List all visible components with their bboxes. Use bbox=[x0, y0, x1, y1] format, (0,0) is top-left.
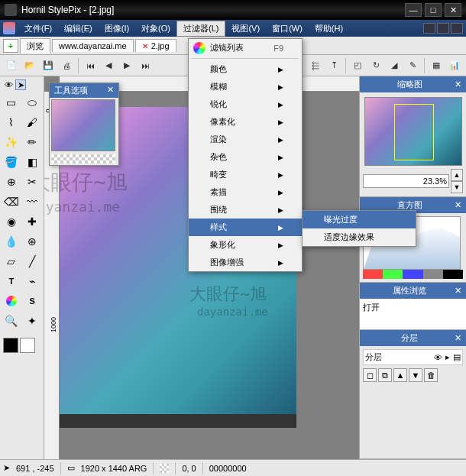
maximize-button[interactable]: □ bbox=[425, 3, 442, 17]
layer-up-button[interactable]: ▲ bbox=[393, 368, 407, 382]
layer-expand-icon[interactable]: ▸ bbox=[445, 352, 450, 362]
new-tab-button[interactable]: + bbox=[3, 39, 18, 53]
menu-item-blur[interactable]: 模糊▶ bbox=[189, 78, 302, 96]
gradient-tool[interactable]: ◧ bbox=[23, 153, 43, 171]
menu-item-wrap[interactable]: 围绕▶ bbox=[189, 201, 302, 219]
eyedropper-tool[interactable]: 💧 bbox=[2, 232, 21, 251]
align-top-button[interactable]: ⤒ bbox=[325, 57, 342, 74]
panel-close-icon[interactable]: ✕ bbox=[455, 333, 461, 343]
menu-help[interactable]: 帮助(H) bbox=[309, 21, 349, 36]
panel-close-icon[interactable]: ✕ bbox=[455, 286, 461, 296]
prev-button[interactable]: ◀ bbox=[100, 57, 117, 74]
zoom-tool[interactable]: 🔍 bbox=[2, 312, 21, 330]
menu-item-enhance[interactable]: 图像增强▶ bbox=[189, 254, 302, 271]
submenu-item-edge[interactable]: 适度边缘效果 bbox=[303, 228, 416, 246]
smudge-tool[interactable]: 〰 bbox=[23, 193, 43, 211]
layer-down-button[interactable]: ▼ bbox=[409, 368, 422, 382]
layer-visibility-icon[interactable]: 👁 bbox=[434, 353, 442, 362]
menu-item-filter-list[interactable]: 滤镜列表F9 bbox=[189, 39, 302, 57]
background-color[interactable] bbox=[20, 338, 35, 353]
effect-tool[interactable]: S bbox=[23, 292, 43, 310]
menu-item-noise[interactable]: 杂色▶ bbox=[189, 148, 302, 166]
shape-tool[interactable]: ▱ bbox=[2, 252, 21, 270]
fill-tool[interactable]: 🪣 bbox=[2, 153, 21, 171]
minimize-button[interactable]: — bbox=[405, 3, 422, 17]
chart-button[interactable]: 📊 bbox=[446, 57, 463, 74]
redeye-tool[interactable]: ◉ bbox=[2, 212, 21, 231]
color-tool[interactable] bbox=[2, 292, 21, 310]
layer-more-icon[interactable]: ▤ bbox=[453, 352, 461, 362]
tab-file[interactable]: ✕ 2.jpg bbox=[135, 39, 176, 52]
pen-button[interactable]: ✎ bbox=[404, 57, 421, 74]
foreground-color[interactable] bbox=[3, 338, 18, 353]
stamp-tool[interactable]: ⊛ bbox=[23, 232, 43, 251]
menu-object[interactable]: 对象(O) bbox=[135, 21, 176, 36]
lasso-tool[interactable]: ⌇ bbox=[2, 113, 21, 131]
text-tool[interactable]: T bbox=[2, 272, 21, 290]
save-button[interactable]: 💾 bbox=[40, 57, 57, 74]
menu-item-stylize[interactable]: 样式▶ bbox=[189, 219, 302, 236]
layers-button[interactable]: ▦ bbox=[428, 57, 445, 74]
menu-item-sketch[interactable]: 素描▶ bbox=[189, 183, 302, 201]
crop-button[interactable]: ◰ bbox=[349, 57, 366, 74]
zoom-input[interactable]: 23.3% bbox=[363, 174, 449, 188]
crop-tool[interactable]: ✂ bbox=[23, 173, 43, 191]
menu-edit[interactable]: 编辑(E) bbox=[58, 21, 99, 36]
panel-close-icon[interactable]: ✕ bbox=[107, 85, 114, 96]
menu-item-sharpen[interactable]: 锐化▶ bbox=[189, 96, 302, 113]
menu-item-render[interactable]: 渲染▶ bbox=[189, 131, 302, 148]
magic-wand-tool[interactable]: ✨ bbox=[2, 133, 21, 151]
rotate-button[interactable]: ↻ bbox=[367, 57, 384, 74]
zoom-up-button[interactable]: ▲ bbox=[451, 169, 463, 181]
menu-item-pictograph[interactable]: 象形化▶ bbox=[189, 236, 302, 254]
duplicate-layer-button[interactable]: ⧉ bbox=[378, 368, 392, 382]
layer-item[interactable]: 分层 👁 ▸ ▤ bbox=[363, 349, 463, 365]
next-button[interactable]: ▶ bbox=[118, 57, 135, 74]
brush-tool[interactable]: 🖌 bbox=[23, 113, 43, 131]
mdi-minimize-button[interactable] bbox=[423, 23, 435, 34]
path-tool[interactable]: ⌁ bbox=[23, 272, 43, 290]
transform-button[interactable]: ◢ bbox=[386, 57, 403, 74]
menu-item-distort[interactable]: 畸变▶ bbox=[189, 166, 302, 183]
thumbnail-preview[interactable] bbox=[364, 97, 462, 166]
tool-options-float[interactable]: 工具选项 ✕ bbox=[49, 83, 119, 166]
right-panel-area: 缩略图 ✕ 23.3% ▲ ▼ 直方图 bbox=[359, 76, 466, 459]
ellipse-select-tool[interactable]: ⬭ bbox=[23, 93, 43, 112]
visibility-icon[interactable]: 👁 bbox=[3, 79, 14, 90]
align-left-button[interactable]: ⬱ bbox=[307, 57, 324, 74]
pencil-tool[interactable]: ✏ bbox=[23, 133, 43, 151]
menu-item-pixelate[interactable]: 像素化▶ bbox=[189, 113, 302, 131]
pointer-tool[interactable]: ➤ bbox=[15, 79, 26, 90]
tab-url[interactable]: www.dayanzai.me bbox=[52, 39, 134, 52]
layers-panel-title: 分层 bbox=[401, 332, 418, 344]
clone-tool[interactable]: ⊕ bbox=[2, 173, 21, 191]
line-tool[interactable]: ╱ bbox=[23, 252, 43, 270]
menu-window[interactable]: 窗口(W) bbox=[266, 21, 309, 36]
print-button[interactable]: 🖨 bbox=[58, 57, 75, 74]
heal-tool[interactable]: ✚ bbox=[23, 212, 43, 231]
tab-close-icon[interactable]: ✕ bbox=[142, 42, 148, 50]
close-button[interactable]: ✕ bbox=[445, 3, 461, 17]
eraser-tool[interactable]: ⌫ bbox=[2, 193, 21, 211]
zoom-down-button[interactable]: ▼ bbox=[451, 181, 463, 193]
menu-item-color[interactable]: 颜色▶ bbox=[189, 60, 302, 78]
open-button[interactable]: 📂 bbox=[21, 57, 38, 74]
mdi-close-button[interactable] bbox=[451, 23, 463, 34]
menu-file[interactable]: 文件(F) bbox=[18, 21, 58, 36]
sparkle-tool[interactable]: ✦ bbox=[23, 312, 43, 330]
new-layer-button[interactable]: ◻ bbox=[363, 368, 377, 382]
new-file-button[interactable]: 📄 bbox=[3, 57, 20, 74]
histogram-channel-buttons[interactable] bbox=[363, 270, 463, 279]
menu-view[interactable]: 视图(V) bbox=[225, 21, 266, 36]
tab-browse[interactable]: 浏览 bbox=[20, 38, 50, 53]
mdi-restore-button[interactable] bbox=[437, 23, 449, 34]
first-button[interactable]: ⏮ bbox=[82, 57, 99, 74]
menu-filter[interactable]: 过滤器(L) bbox=[176, 21, 225, 37]
panel-close-icon[interactable]: ✕ bbox=[455, 79, 461, 89]
last-button[interactable]: ⏭ bbox=[137, 57, 154, 74]
rect-select-tool[interactable]: ▭ bbox=[2, 93, 21, 112]
menu-image[interactable]: 图像(I) bbox=[99, 21, 135, 36]
submenu-item-solarize[interactable]: 曝光过度 bbox=[303, 211, 416, 228]
panel-close-icon[interactable]: ✕ bbox=[455, 200, 461, 210]
delete-layer-button[interactable]: 🗑 bbox=[424, 368, 438, 382]
